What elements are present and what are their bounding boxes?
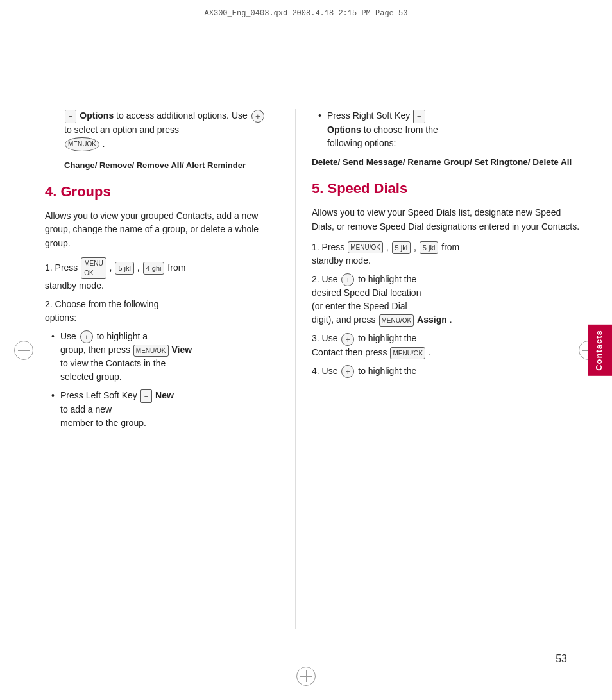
corner-mark-tr — [574, 26, 586, 38]
cross-left — [18, 345, 30, 356]
right-step4: 4. Use to highlight the — [312, 364, 580, 378]
nav-key-icon1 — [251, 110, 264, 123]
menu-ok-key-bullet1: MENU/OK — [133, 345, 169, 357]
right-bullet-options: Press Right Soft Key − Options to choose… — [318, 109, 580, 150]
left-bullet1: Use to highlight agroup, then press MENU… — [51, 330, 285, 384]
page-header: AX300_Eng_0403.qxd 2008.4.18 2:15 PM Pag… — [0, 9, 612, 18]
contacts-tab-container: Contacts — [588, 0, 612, 700]
left-step2: 2. Choose from the followingoptions: — [45, 298, 285, 325]
right-step1-comma1: , — [386, 242, 391, 252]
bullet1-suffix: to view the Contacts in theselected grou… — [60, 358, 166, 382]
contacts-tab: Contacts — [588, 325, 612, 376]
section4-heading: 4. Groups — [45, 181, 285, 203]
key-5jkl-1: 5 jkl — [115, 262, 134, 275]
right-step1: 1. Press MENU/OK , 5 jkl , 5 jkl fromsta… — [312, 241, 580, 268]
left-softkey-icon: − — [140, 389, 152, 403]
section5-body: Allows you to view your Speed Dials list… — [312, 206, 580, 234]
right-column: Press Right Soft Key − Options to choose… — [296, 45, 580, 655]
header-text: AX300_Eng_0403.qxd 2008.4.18 2:15 PM Pag… — [205, 9, 408, 18]
nav-key-r3 — [341, 333, 354, 346]
key-4ghi: 4 ghi — [143, 262, 165, 275]
options-text1: to access additional options. Use — [116, 110, 250, 121]
right-bullet-pre: Press Right Soft Key — [327, 110, 412, 121]
menu-ok-key-r2: MENU/OK — [379, 314, 414, 327]
main-content: − Options to access additional options. … — [45, 45, 580, 655]
bullet2-new: New — [155, 390, 174, 400]
right-bullet-options-bold: Options — [327, 124, 361, 135]
options-text2: to select an option and press — [64, 124, 179, 135]
left-column: − Options to access additional options. … — [45, 45, 295, 655]
section5-heading: 5. Speed Dials — [312, 178, 580, 200]
corner-mark-bl — [26, 662, 38, 674]
options-bold: Options — [80, 110, 114, 121]
nav-key-r4 — [341, 365, 354, 378]
options-softkey-icon: − — [65, 110, 76, 123]
right-step4-pre: 4. Use — [312, 366, 340, 376]
menu-ok-key-r3: MENU/OK — [390, 347, 425, 359]
right-step2-pre: 2. Use — [312, 274, 340, 284]
right-step3-pre: 3. Use — [312, 333, 340, 343]
options-intro-block: − Options to access additional options. … — [45, 109, 285, 172]
section4-body: Allows you to view your grouped Contacts… — [45, 209, 285, 251]
menu-ok-key1: MENUOK — [81, 257, 106, 279]
right-step3: 3. Use to highlight theContact then pres… — [312, 332, 580, 359]
key-5jkl-r1: 5 jkl — [392, 241, 411, 255]
bullet1-view: View — [171, 345, 192, 355]
nav-key-r2 — [341, 273, 354, 286]
right-step4-post: to highlight the — [358, 366, 416, 376]
bullet1-use: Use — [60, 331, 79, 341]
left-step1-comma2: , — [137, 262, 142, 273]
options-period: . — [103, 139, 105, 149]
right-softkey-icon: − — [413, 110, 425, 123]
right-step1-prefix: 1. Press — [312, 242, 347, 252]
left-step2-text: 2. Choose from the followingoptions: — [45, 299, 158, 323]
bullet2-pre: Press Left Soft Key — [60, 390, 140, 400]
corner-mark-tl — [26, 26, 38, 38]
nav-key-bullet1 — [80, 330, 93, 343]
cross-bottom — [300, 670, 312, 682]
delete-send-options: Delete/ Send Message/ Rename Group/ Set … — [312, 155, 580, 169]
menu-ok-icon1: MENUOK — [65, 137, 99, 151]
change-remove-text: Change/ Remove/ Remove All/ Alert Remind… — [64, 159, 285, 172]
right-step2-assign: Assign — [417, 314, 447, 325]
left-step1-comma1: , — [110, 262, 115, 273]
left-step1-prefix: 1. Press — [45, 262, 80, 273]
left-step1: 1. Press MENUOK , 5 jkl , 4 ghi fromstan… — [45, 257, 285, 293]
right-step2: 2. Use to highlight thedesired Speed Dia… — [312, 273, 580, 327]
right-step1-comma2: , — [414, 242, 419, 252]
menu-ok-key-r1: MENU/OK — [348, 241, 383, 253]
options-intro-text: − Options to access additional options. … — [64, 109, 285, 151]
corner-mark-br — [574, 662, 586, 674]
bullet2-suffix: to add a newmember to the group. — [60, 404, 146, 428]
right-step2-end: . — [450, 314, 452, 325]
key-5jkl-r2: 5 jkl — [420, 241, 439, 255]
right-step3-end: . — [429, 347, 431, 357]
left-bullet2: Press Left Soft Key − New to add a newme… — [51, 389, 285, 430]
